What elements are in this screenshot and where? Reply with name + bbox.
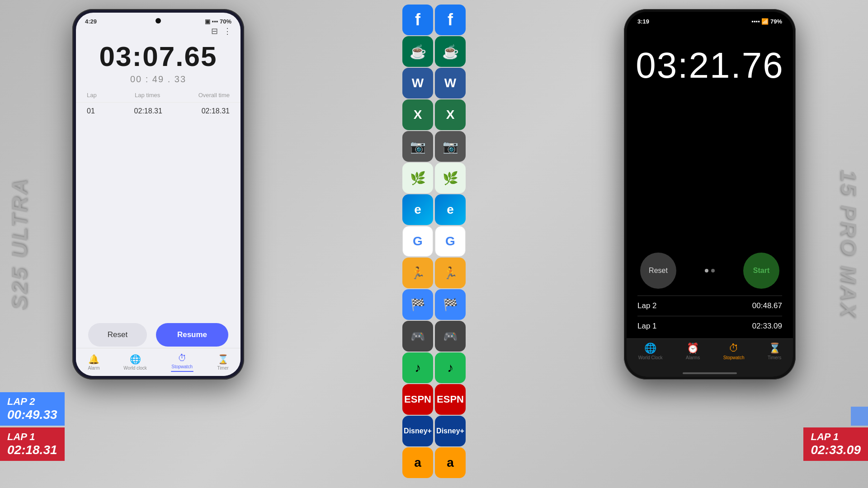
excel-icon-right[interactable]: X: [435, 99, 466, 130]
iphone-nav-timers-label: Timers: [768, 355, 781, 360]
subway-icon-left[interactable]: 🏃: [402, 258, 433, 288]
espn-icon-right[interactable]: ESPN: [435, 384, 466, 415]
amazon-icon-right[interactable]: a: [435, 447, 466, 478]
espn-icon-left[interactable]: ESPN: [402, 384, 433, 415]
icon-row-word: W W: [402, 68, 466, 99]
iphone-nav-stopwatch[interactable]: ⏱ Stopwatch: [723, 343, 745, 360]
camera-icon-left[interactable]: 📷: [402, 131, 433, 162]
iphone-nav-alarms[interactable]: ⏰ Alarms: [686, 343, 700, 360]
game-icon-right[interactable]: 🎮: [435, 321, 466, 352]
lap-overlay-right: LAP 1 02:33.09: [803, 407, 868, 461]
iphone-world-clock-icon: 🌐: [644, 343, 656, 354]
samsung-resume-button[interactable]: Resume: [156, 323, 228, 347]
icon-row-facebook: f f: [402, 5, 466, 35]
samsung-menu-icon[interactable]: ⋮: [223, 26, 231, 36]
iphone-page-dots: [705, 269, 715, 272]
samsung-lap-header: Lap Lap times Overall time: [76, 84, 241, 102]
right-lap-badge-blue: [851, 407, 868, 426]
iphone-dynamic-island: [687, 17, 732, 30]
samsung-nav-timer[interactable]: ⌛ Timer: [217, 354, 228, 371]
samsung-lap-number: 01: [87, 107, 95, 115]
samsung-camera-hole: [156, 18, 161, 23]
samsung-nav-world-clock-label: World clock: [123, 366, 147, 371]
stopwatch-icon: ⏱: [178, 353, 187, 363]
samsung-main-time: 03:07.65: [76, 40, 241, 72]
finance-icon-left[interactable]: 🌿: [402, 163, 433, 193]
dot-2: [711, 269, 715, 272]
samsung-lap-time-val: 02:18.31: [134, 107, 162, 115]
right-device-label: 15 PRO MAX: [836, 169, 861, 319]
flag-icon-right[interactable]: 🏁: [435, 289, 466, 320]
icon-row-amazon: a a: [402, 447, 466, 478]
samsung-nav-world-clock[interactable]: 🌐 World clock: [123, 354, 147, 371]
iphone-alarms-icon: ⏰: [687, 343, 699, 354]
samsung-nav-stopwatch[interactable]: ⏱ Stopwatch: [171, 353, 193, 372]
icon-row-spotify: ♪ ♪: [402, 352, 466, 383]
amazon-icon-left[interactable]: a: [402, 447, 433, 478]
iphone-reset-button[interactable]: Reset: [640, 253, 676, 289]
iphone-laps: Lap 2 00:48.67 Lap 1 02:33.09: [627, 296, 793, 336]
iphone-nav-timers[interactable]: ⌛ Timers: [768, 343, 781, 360]
iphone-screen: 3:19 ▪▪▪▪ 📶 79% 03:21.76 Reset Start Lap…: [627, 12, 793, 377]
samsung-toolbar: ⊟ ⋮: [211, 26, 231, 36]
nav-underline: [171, 371, 193, 372]
icon-row-flag: 🏁 🏁: [402, 289, 466, 320]
word-icon-right[interactable]: W: [435, 68, 466, 99]
edge-icon-left[interactable]: e: [402, 194, 433, 225]
iphone-lap2-row: Lap 2 00:48.67: [637, 296, 782, 316]
samsung-buttons: Reset Resume: [76, 323, 241, 347]
iphone-lap1-time: 02:33.09: [752, 322, 782, 331]
alarm-icon: 🔔: [88, 354, 99, 365]
icon-row-subway: 🏃 🏃: [402, 258, 466, 288]
iphone-lap1-row: Lap 1 02:33.09: [637, 316, 782, 336]
samsung-time-display: 03:07.65 00 : 49 . 33: [76, 40, 241, 84]
samsung-nav-alarm[interactable]: 🔔 Alarm: [88, 354, 99, 371]
iphone-buttons: Reset Start: [627, 253, 793, 289]
right-lap1-time: 02:33.09: [811, 443, 861, 457]
disney-icon-left[interactable]: Disney+: [402, 416, 433, 446]
facebook-icon-left[interactable]: f: [402, 5, 433, 35]
iphone-start-button[interactable]: Start: [743, 253, 779, 289]
timer-icon: ⌛: [217, 354, 229, 365]
samsung-lap-time: 00 : 49 . 33: [76, 74, 241, 84]
world-clock-icon: 🌐: [130, 354, 141, 365]
samsung-col-lap: Lap: [87, 92, 97, 99]
samsung-col-lap-times: Lap times: [135, 92, 160, 99]
samsung-nav-timer-label: Timer: [217, 366, 228, 371]
iphone-nav-world-clock[interactable]: 🌐 World Clock: [638, 343, 663, 360]
samsung-lap-row: 01 02:18.31 02:18.31: [76, 102, 241, 120]
excel-icon-left[interactable]: X: [402, 99, 433, 130]
left-lap2-time: 00:49.33: [7, 408, 57, 422]
finance-icon-right[interactable]: 🌿: [435, 163, 466, 193]
left-lap1-time: 02:18.31: [7, 443, 57, 457]
facebook-icon-right[interactable]: f: [435, 5, 466, 35]
icon-row-game: 🎮 🎮: [402, 321, 466, 352]
spotify-icon-right[interactable]: ♪: [435, 352, 466, 383]
samsung-reset-button[interactable]: Reset: [88, 323, 147, 347]
google-finance-icon-right[interactable]: G: [435, 226, 466, 257]
word-icon-left[interactable]: W: [402, 68, 433, 99]
disney-icon-right[interactable]: Disney+: [435, 416, 466, 446]
samsung-copy-icon[interactable]: ⊟: [211, 26, 218, 36]
samsung-phone: 4:29 ▣ ▪▪▪ 70% ⊟ ⋮ 03:07.65 00 : 49 . 33…: [72, 9, 244, 380]
samsung-col-overall: Overall time: [198, 92, 230, 99]
left-lap2-badge: LAP 2 00:49.33: [0, 392, 65, 426]
subway-icon-right[interactable]: 🏃: [435, 258, 466, 288]
iphone-lap2-label: Lap 2: [637, 301, 657, 310]
camera-icon-right[interactable]: 📷: [435, 131, 466, 162]
starbucks-icon-left[interactable]: ☕: [402, 36, 433, 67]
flag-icon-left[interactable]: 🏁: [402, 289, 433, 320]
icon-row-starbucks: ☕ ☕: [402, 36, 466, 67]
iphone-nav-bar: 🌐 World Clock ⏰ Alarms ⏱ Stopwatch ⌛ Tim…: [627, 338, 793, 377]
edge-icon-right[interactable]: e: [435, 194, 466, 225]
iphone-status-icons: ▪▪▪▪ 📶 79%: [751, 18, 782, 25]
iphone-stopwatch-icon: ⏱: [729, 343, 739, 354]
left-lap2-label: LAP 2: [7, 396, 57, 408]
game-icon-left[interactable]: 🎮: [402, 321, 433, 352]
starbucks-icon-right[interactable]: ☕: [435, 36, 466, 67]
dot-1: [705, 269, 708, 272]
left-lap1-badge: LAP 1 02:18.31: [0, 427, 65, 461]
google-finance-icon-left[interactable]: G: [402, 226, 433, 257]
icon-row-camera: 📷 📷: [402, 131, 466, 162]
spotify-icon-left[interactable]: ♪: [402, 352, 433, 383]
